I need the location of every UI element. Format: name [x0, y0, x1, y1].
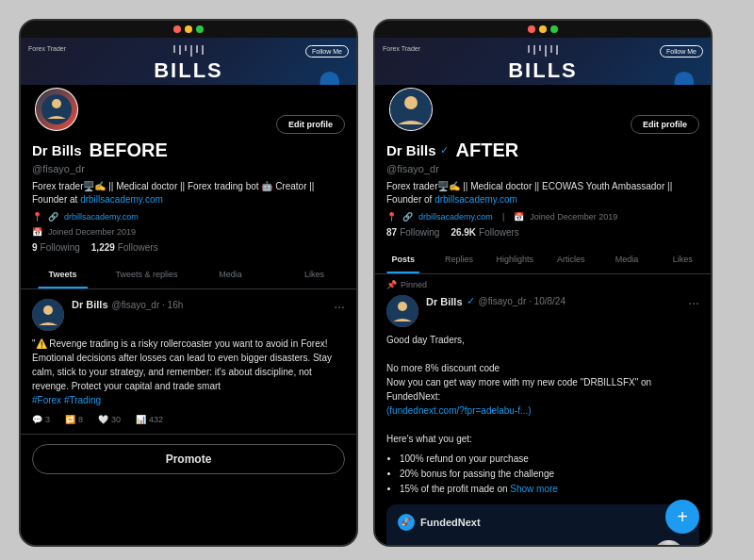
before-tweet-name: Dr Bills — [72, 299, 108, 310]
before-following-stat[interactable]: 9 Following — [32, 242, 80, 253]
before-reply-action[interactable]: 💬 3 — [32, 415, 50, 424]
after-pinned-header: Dr Bills ✓ @fisayo_dr · 10/8/24 ··· — [386, 295, 699, 327]
after-pinned-label-row: 📌 Pinned — [375, 274, 711, 289]
astronaut-icon: 🧑‍🚀 — [647, 534, 690, 545]
before-cover-dots — [172, 45, 205, 57]
before-label: BEFORE — [90, 140, 168, 161]
after-location-icon: 📍 — [386, 212, 397, 222]
before-views-action[interactable]: 📊 432 — [136, 415, 163, 424]
dot-yellow-after — [539, 25, 547, 33]
before-promote-button[interactable]: Promote — [32, 444, 345, 474]
before-edit-profile-button[interactable]: Edit profile — [276, 115, 345, 134]
funded-icon: 🚀 — [398, 514, 415, 531]
before-bio: Forex trader🖥️✍️ || Medical doctor || Fo… — [32, 180, 345, 206]
before-like-action[interactable]: 🤍 30 — [98, 415, 121, 424]
after-meta-website[interactable]: drbillsacademy.com — [418, 212, 493, 222]
after-meta-location: 📍 — [386, 212, 397, 222]
dot-red — [173, 25, 181, 33]
phone-header-before — [21, 21, 356, 38]
before-cover-title: BILLS — [154, 58, 223, 83]
before-meta-row: 📍 🔗 drbillsacademy.com — [32, 212, 345, 222]
before-profile-name: Dr Bills BEFORE — [32, 140, 345, 161]
after-phone: Forex Trader BILLS Follow Me 👤 — [373, 19, 713, 547]
before-followers-count: 1,229 — [91, 242, 115, 253]
after-tab-posts[interactable]: Posts — [375, 245, 431, 273]
after-tweet-menu-icon[interactable]: ··· — [688, 295, 699, 310]
show-more-link[interactable]: Show more — [510, 484, 558, 494]
before-tweet-handle: @fisayo_dr · 16h — [112, 300, 184, 310]
before-meta-icon2: 🔗 — [48, 212, 58, 222]
location-icon: 📍 — [32, 212, 42, 222]
svg-point-7 — [398, 302, 407, 311]
after-tab-replies[interactable]: Replies — [431, 245, 486, 273]
before-stats-row: 9 Following 1,229 Followers — [32, 242, 345, 253]
after-label: AFTER — [456, 140, 519, 161]
after-edit-profile-button[interactable]: Edit profile — [631, 115, 699, 134]
after-name: Dr Bills — [386, 142, 436, 158]
verified-badge-icon: ✓ — [440, 144, 449, 156]
after-tab-highlights[interactable]: Highlights — [487, 245, 543, 273]
after-follow-button[interactable]: Follow Me — [660, 45, 703, 58]
after-link-icon: 🔗 — [402, 212, 413, 222]
svg-point-0 — [41, 94, 72, 124]
after-joined: Joined December 2019 — [530, 212, 617, 222]
before-retweet-action[interactable]: 🔁 8 — [65, 415, 83, 424]
like-icon: 🤍 — [98, 415, 108, 424]
before-tweet-menu-icon[interactable]: ··· — [334, 299, 345, 314]
before-meta-joined-row: 📅 Joined December 2019 — [32, 227, 345, 237]
before-followers-stat[interactable]: 1,229 Followers — [91, 242, 158, 253]
before-followers-label: Followers — [118, 242, 158, 253]
views-icon: 📊 — [136, 415, 146, 424]
before-calendar-icon: 📅 — [32, 227, 42, 237]
funded-next-card: 🚀 FundedNext 🧑‍🚀 — [386, 504, 699, 545]
after-following-stat[interactable]: 87 Following — [386, 227, 439, 238]
after-funded-link[interactable]: (fundednext.com/?fpr=adelabu-f...) — [386, 405, 532, 416]
after-followers-count: 26.9K — [451, 227, 476, 238]
after-following-count: 87 — [386, 227, 397, 238]
after-tweet-handle-date: @fisayo_dr · 10/8/24 — [479, 296, 566, 306]
after-tab-likes[interactable]: Likes — [655, 245, 711, 273]
before-tab-likes[interactable]: Likes — [272, 260, 356, 288]
pin-icon: 📌 — [386, 280, 397, 289]
before-tweet-hashtags[interactable]: #Forex #Trading — [32, 395, 101, 405]
before-follow-button[interactable]: Follow Me — [305, 45, 349, 58]
before-tab-tweets-replies[interactable]: Tweets & replies — [105, 260, 188, 288]
before-tab-tweets[interactable]: Tweets — [21, 260, 105, 288]
after-tab-media[interactable]: Media — [598, 245, 654, 273]
dot-yellow — [185, 25, 192, 33]
after-bio-link[interactable]: drbillsacademy.com — [434, 194, 517, 205]
after-profile-section: Edit profile Dr Bills ✓ AFTER @fisayo_dr… — [375, 85, 711, 245]
before-handle: @fisayo_dr — [32, 163, 345, 174]
before-avatar — [32, 85, 81, 134]
before-tab-media[interactable]: Media — [188, 260, 272, 288]
before-meta-website[interactable]: drbillsacademy.com — [64, 212, 139, 222]
after-tweet-name: Dr Bills — [426, 296, 463, 307]
after-meta-row: 📍 🔗 drbillsacademy.com | 📅 Joined Decemb… — [386, 212, 699, 222]
before-tweet-actions: 💬 3 🔁 8 🤍 30 📊 432 — [32, 415, 345, 424]
main-container: Forex Trader BILLS Follow Me 👤 — [0, 0, 754, 560]
after-bullet-list: 100% refund on your purchase 20% bonus f… — [386, 452, 699, 497]
after-cover-dots — [527, 45, 559, 57]
after-tab-articles[interactable]: Articles — [543, 245, 598, 273]
before-avatar-row: Edit profile — [32, 85, 345, 134]
after-bio: Forex trader🖥️✍️ || Medical doctor || EC… — [386, 180, 699, 206]
after-tweet-verified: ✓ — [467, 295, 475, 307]
svg-point-3 — [43, 305, 53, 315]
after-avatar-row: Edit profile — [386, 85, 699, 134]
after-cover-title: BILLS — [508, 58, 578, 83]
after-bullet-1: 100% refund on your purchase — [400, 452, 699, 467]
after-meta-icon2: 🔗 — [402, 212, 413, 222]
before-tweet-avatar — [32, 299, 64, 331]
before-cover-subtitle: Forex Trader — [28, 45, 66, 52]
after-pinned-greeting: Good day Traders, — [386, 333, 699, 347]
before-joined: Joined December 2019 — [48, 227, 136, 237]
before-meta-location: 📍 — [32, 212, 42, 222]
after-profile-name: Dr Bills ✓ AFTER — [386, 140, 699, 161]
dot-green — [196, 25, 204, 33]
after-pinned-divider: Here's what you get: — [386, 432, 699, 446]
before-bio-link[interactable]: drbillsacademy.com — [80, 194, 163, 205]
retweet-icon: 🔁 — [65, 415, 75, 424]
after-followers-stat[interactable]: 26.9K Followers — [451, 227, 518, 238]
after-fab-button[interactable]: + — [665, 500, 699, 534]
before-tabs: Tweets Tweets & replies Media Likes — [21, 260, 356, 289]
